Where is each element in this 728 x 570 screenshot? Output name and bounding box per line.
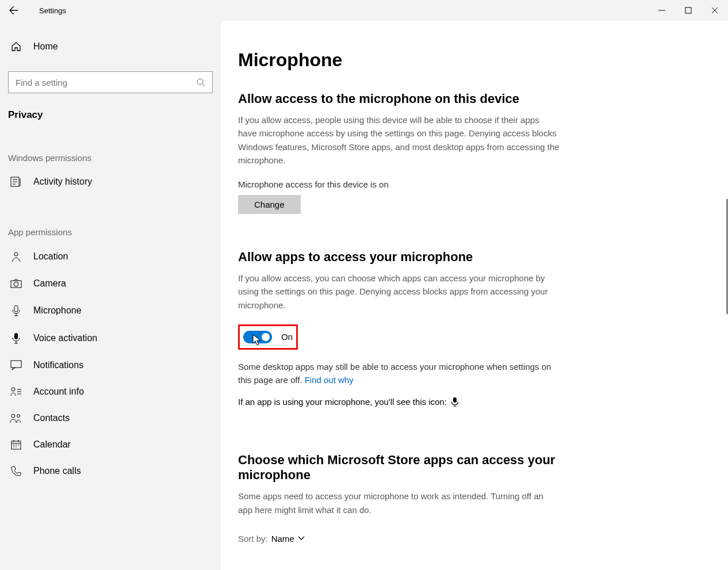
svg-point-9: [12, 388, 15, 391]
sort-by-dropdown[interactable]: Sort by: Name: [238, 534, 560, 544]
calendar-icon: [9, 439, 23, 450]
sidebar-section: Privacy: [8, 109, 213, 121]
section-heading-app-access: Allow apps to access your microphone: [238, 250, 560, 265]
microphone-icon: [9, 305, 23, 316]
sidebar-item-notifications[interactable]: Notifications: [8, 352, 213, 378]
content-pane: Microphone Allow access to the microphon…: [221, 21, 728, 570]
sidebar-item-calendar[interactable]: Calendar: [8, 431, 213, 458]
svg-point-3: [14, 253, 18, 256]
arrow-left-icon: [9, 6, 18, 15]
search-input[interactable]: [16, 78, 196, 87]
sidebar-item-label: Phone calls: [33, 466, 81, 476]
section-desc-device-access: If you allow access, people using this d…: [238, 113, 560, 167]
svg-rect-13: [453, 397, 457, 403]
home-icon: [9, 41, 23, 52]
sidebar-item-microphone[interactable]: Microphone: [8, 297, 213, 324]
sidebar-item-label: Calendar: [33, 439, 71, 450]
sidebar-item-label: Activity history: [33, 177, 92, 187]
section-desc-app-access: If you allow access, you can choose whic…: [238, 271, 560, 312]
sidebar-item-label: Microphone: [33, 305, 82, 316]
contacts-icon: [9, 413, 23, 423]
sidebar-item-label: Notifications: [33, 360, 83, 370]
sidebar: Home Privacy Windows permissions Activit…: [0, 21, 221, 570]
svg-point-11: [17, 415, 20, 418]
device-access-status: Microphone access for this device is on: [238, 179, 560, 189]
minimize-button[interactable]: [649, 0, 675, 21]
section-heading-store-apps: Choose which Microsoft Store apps can ac…: [238, 453, 560, 483]
desktop-apps-note: Some desktop apps may still be able to a…: [238, 360, 560, 387]
change-button[interactable]: Change: [238, 195, 301, 214]
close-icon: [711, 7, 718, 14]
sidebar-home[interactable]: Home: [8, 38, 213, 55]
sidebar-group-app-permissions: App permissions: [8, 227, 213, 237]
svg-rect-6: [14, 305, 18, 312]
note-text: Some desktop apps may still be able to a…: [238, 362, 551, 385]
sidebar-home-label: Home: [33, 41, 58, 52]
titlebar: Settings: [0, 0, 728, 21]
svg-point-1: [197, 79, 203, 85]
microphone-indicator-icon: [451, 397, 458, 407]
mic-in-use-note: If an app is using your microphone, you'…: [238, 397, 560, 407]
chevron-down-icon: [298, 536, 305, 541]
sidebar-item-camera[interactable]: Camera: [8, 270, 213, 297]
sidebar-item-account-info[interactable]: Account info: [8, 378, 213, 405]
toggle-knob: [262, 333, 270, 341]
minimize-icon: [658, 7, 665, 14]
phone-icon: [9, 466, 23, 476]
sidebar-item-contacts[interactable]: Contacts: [8, 405, 213, 431]
sidebar-item-label: Location: [33, 251, 68, 262]
sort-value: Name: [271, 534, 294, 544]
section-heading-device-access: Allow access to the microphone on this d…: [238, 91, 560, 106]
window-controls: [649, 0, 728, 21]
page-title: Microphone: [238, 49, 560, 71]
maximize-button[interactable]: [675, 0, 702, 21]
svg-rect-8: [11, 361, 21, 368]
voice-activation-icon: [9, 332, 23, 344]
sidebar-item-voice-activation[interactable]: Voice activation: [8, 324, 213, 352]
maximize-icon: [685, 7, 692, 14]
search-icon: [196, 78, 205, 87]
account-info-icon: [9, 387, 23, 396]
location-icon: [9, 251, 23, 262]
camera-icon: [9, 279, 23, 288]
svg-point-10: [12, 414, 15, 418]
svg-rect-7: [14, 333, 18, 339]
sidebar-item-label: Account info: [33, 387, 84, 397]
sidebar-item-phone-calls[interactable]: Phone calls: [8, 458, 213, 484]
search-box[interactable]: [8, 71, 213, 93]
window-title: Settings: [39, 6, 66, 15]
toggle-state-label: On: [281, 332, 293, 342]
sidebar-item-label: Contacts: [33, 413, 70, 423]
sidebar-item-activity-history[interactable]: Activity history: [8, 169, 213, 195]
mic-in-use-text: If an app is using your microphone, you'…: [238, 397, 447, 407]
close-button[interactable]: [702, 0, 728, 21]
back-button[interactable]: [0, 0, 28, 21]
find-out-why-link[interactable]: Find out why: [305, 375, 354, 385]
sort-label: Sort by:: [238, 534, 268, 544]
sidebar-item-label: Voice activation: [33, 333, 97, 343]
sidebar-item-label: Camera: [33, 278, 66, 289]
section-desc-store-apps: Some apps need to access your microphone…: [238, 489, 560, 517]
app-access-toggle[interactable]: [243, 331, 272, 343]
svg-rect-0: [685, 7, 691, 13]
notifications-icon: [9, 360, 23, 370]
annotation-highlight: On: [238, 324, 298, 350]
activity-history-icon: [9, 177, 23, 187]
sidebar-group-windows-permissions: Windows permissions: [8, 153, 213, 163]
sidebar-item-location[interactable]: Location: [8, 243, 213, 270]
svg-point-5: [14, 282, 18, 286]
